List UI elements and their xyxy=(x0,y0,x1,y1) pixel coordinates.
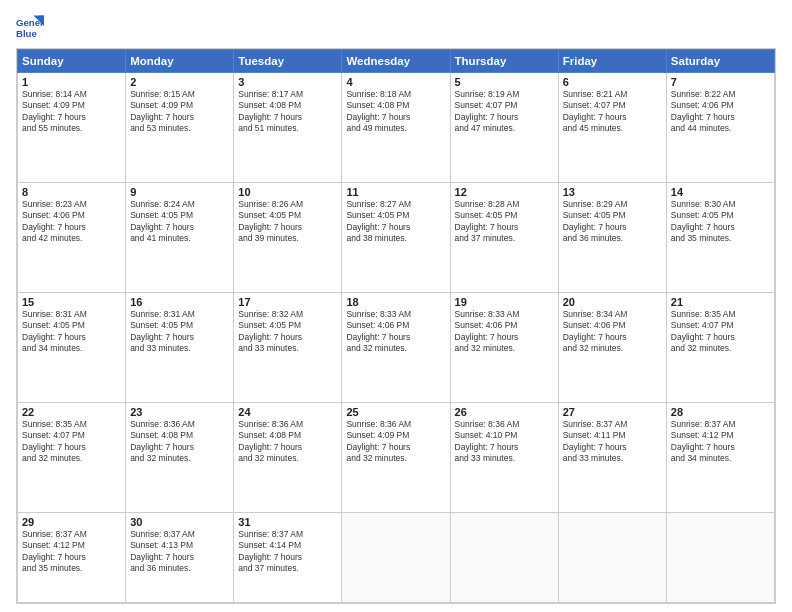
empty-cell xyxy=(666,513,774,603)
day-cell-13: 13Sunrise: 8:29 AMSunset: 4:05 PMDayligh… xyxy=(558,183,666,293)
header: General Blue xyxy=(16,12,776,40)
cell-content: Sunrise: 8:23 AMSunset: 4:06 PMDaylight:… xyxy=(22,199,121,245)
day-cell-11: 11Sunrise: 8:27 AMSunset: 4:05 PMDayligh… xyxy=(342,183,450,293)
day-number: 5 xyxy=(455,76,554,88)
day-number: 28 xyxy=(671,406,770,418)
day-cell-26: 26Sunrise: 8:36 AMSunset: 4:10 PMDayligh… xyxy=(450,403,558,513)
page: General Blue SundayMondayTuesdayWednesda… xyxy=(0,0,792,612)
cell-content: Sunrise: 8:36 AMSunset: 4:09 PMDaylight:… xyxy=(346,419,445,465)
day-number: 18 xyxy=(346,296,445,308)
cell-content: Sunrise: 8:22 AMSunset: 4:06 PMDaylight:… xyxy=(671,89,770,135)
day-number: 29 xyxy=(22,516,121,528)
cell-content: Sunrise: 8:29 AMSunset: 4:05 PMDaylight:… xyxy=(563,199,662,245)
cell-content: Sunrise: 8:37 AMSunset: 4:12 PMDaylight:… xyxy=(22,529,121,575)
cell-content: Sunrise: 8:30 AMSunset: 4:05 PMDaylight:… xyxy=(671,199,770,245)
day-cell-30: 30Sunrise: 8:37 AMSunset: 4:13 PMDayligh… xyxy=(126,513,234,603)
cell-content: Sunrise: 8:14 AMSunset: 4:09 PMDaylight:… xyxy=(22,89,121,135)
day-cell-28: 28Sunrise: 8:37 AMSunset: 4:12 PMDayligh… xyxy=(666,403,774,513)
cell-content: Sunrise: 8:37 AMSunset: 4:13 PMDaylight:… xyxy=(130,529,229,575)
weekday-header-sunday: Sunday xyxy=(18,50,126,73)
week-row-1: 1Sunrise: 8:14 AMSunset: 4:09 PMDaylight… xyxy=(18,73,775,183)
day-cell-3: 3Sunrise: 8:17 AMSunset: 4:08 PMDaylight… xyxy=(234,73,342,183)
cell-content: Sunrise: 8:24 AMSunset: 4:05 PMDaylight:… xyxy=(130,199,229,245)
cell-content: Sunrise: 8:31 AMSunset: 4:05 PMDaylight:… xyxy=(22,309,121,355)
day-cell-4: 4Sunrise: 8:18 AMSunset: 4:08 PMDaylight… xyxy=(342,73,450,183)
svg-text:Blue: Blue xyxy=(16,28,37,39)
day-number: 25 xyxy=(346,406,445,418)
day-number: 4 xyxy=(346,76,445,88)
cell-content: Sunrise: 8:37 AMSunset: 4:11 PMDaylight:… xyxy=(563,419,662,465)
empty-cell xyxy=(450,513,558,603)
day-cell-8: 8Sunrise: 8:23 AMSunset: 4:06 PMDaylight… xyxy=(18,183,126,293)
day-number: 27 xyxy=(563,406,662,418)
week-row-3: 15Sunrise: 8:31 AMSunset: 4:05 PMDayligh… xyxy=(18,293,775,403)
cell-content: Sunrise: 8:27 AMSunset: 4:05 PMDaylight:… xyxy=(346,199,445,245)
cell-content: Sunrise: 8:37 AMSunset: 4:12 PMDaylight:… xyxy=(671,419,770,465)
day-cell-27: 27Sunrise: 8:37 AMSunset: 4:11 PMDayligh… xyxy=(558,403,666,513)
day-cell-20: 20Sunrise: 8:34 AMSunset: 4:06 PMDayligh… xyxy=(558,293,666,403)
day-number: 22 xyxy=(22,406,121,418)
calendar-body: 1Sunrise: 8:14 AMSunset: 4:09 PMDaylight… xyxy=(18,73,775,603)
day-cell-18: 18Sunrise: 8:33 AMSunset: 4:06 PMDayligh… xyxy=(342,293,450,403)
day-number: 20 xyxy=(563,296,662,308)
cell-content: Sunrise: 8:33 AMSunset: 4:06 PMDaylight:… xyxy=(346,309,445,355)
weekday-header-friday: Friday xyxy=(558,50,666,73)
day-cell-16: 16Sunrise: 8:31 AMSunset: 4:05 PMDayligh… xyxy=(126,293,234,403)
week-row-5: 29Sunrise: 8:37 AMSunset: 4:12 PMDayligh… xyxy=(18,513,775,603)
day-cell-14: 14Sunrise: 8:30 AMSunset: 4:05 PMDayligh… xyxy=(666,183,774,293)
weekday-header-thursday: Thursday xyxy=(450,50,558,73)
cell-content: Sunrise: 8:26 AMSunset: 4:05 PMDaylight:… xyxy=(238,199,337,245)
day-cell-22: 22Sunrise: 8:35 AMSunset: 4:07 PMDayligh… xyxy=(18,403,126,513)
day-number: 10 xyxy=(238,186,337,198)
day-number: 16 xyxy=(130,296,229,308)
logo: General Blue xyxy=(16,12,48,40)
day-cell-1: 1Sunrise: 8:14 AMSunset: 4:09 PMDaylight… xyxy=(18,73,126,183)
day-number: 9 xyxy=(130,186,229,198)
cell-content: Sunrise: 8:37 AMSunset: 4:14 PMDaylight:… xyxy=(238,529,337,575)
weekday-header-saturday: Saturday xyxy=(666,50,774,73)
empty-cell xyxy=(558,513,666,603)
day-number: 24 xyxy=(238,406,337,418)
weekday-header-wednesday: Wednesday xyxy=(342,50,450,73)
cell-content: Sunrise: 8:21 AMSunset: 4:07 PMDaylight:… xyxy=(563,89,662,135)
cell-content: Sunrise: 8:18 AMSunset: 4:08 PMDaylight:… xyxy=(346,89,445,135)
day-cell-12: 12Sunrise: 8:28 AMSunset: 4:05 PMDayligh… xyxy=(450,183,558,293)
day-number: 1 xyxy=(22,76,121,88)
day-cell-23: 23Sunrise: 8:36 AMSunset: 4:08 PMDayligh… xyxy=(126,403,234,513)
cell-content: Sunrise: 8:19 AMSunset: 4:07 PMDaylight:… xyxy=(455,89,554,135)
day-cell-19: 19Sunrise: 8:33 AMSunset: 4:06 PMDayligh… xyxy=(450,293,558,403)
day-cell-15: 15Sunrise: 8:31 AMSunset: 4:05 PMDayligh… xyxy=(18,293,126,403)
day-cell-31: 31Sunrise: 8:37 AMSunset: 4:14 PMDayligh… xyxy=(234,513,342,603)
day-number: 19 xyxy=(455,296,554,308)
cell-content: Sunrise: 8:36 AMSunset: 4:08 PMDaylight:… xyxy=(238,419,337,465)
cell-content: Sunrise: 8:35 AMSunset: 4:07 PMDaylight:… xyxy=(22,419,121,465)
cell-content: Sunrise: 8:15 AMSunset: 4:09 PMDaylight:… xyxy=(130,89,229,135)
cell-content: Sunrise: 8:31 AMSunset: 4:05 PMDaylight:… xyxy=(130,309,229,355)
day-number: 11 xyxy=(346,186,445,198)
day-number: 30 xyxy=(130,516,229,528)
weekday-header-monday: Monday xyxy=(126,50,234,73)
cell-content: Sunrise: 8:17 AMSunset: 4:08 PMDaylight:… xyxy=(238,89,337,135)
cell-content: Sunrise: 8:36 AMSunset: 4:10 PMDaylight:… xyxy=(455,419,554,465)
calendar-table: SundayMondayTuesdayWednesdayThursdayFrid… xyxy=(17,49,775,603)
day-cell-29: 29Sunrise: 8:37 AMSunset: 4:12 PMDayligh… xyxy=(18,513,126,603)
day-cell-10: 10Sunrise: 8:26 AMSunset: 4:05 PMDayligh… xyxy=(234,183,342,293)
day-number: 26 xyxy=(455,406,554,418)
weekday-header-row: SundayMondayTuesdayWednesdayThursdayFrid… xyxy=(18,50,775,73)
day-number: 12 xyxy=(455,186,554,198)
day-number: 6 xyxy=(563,76,662,88)
day-number: 14 xyxy=(671,186,770,198)
cell-content: Sunrise: 8:33 AMSunset: 4:06 PMDaylight:… xyxy=(455,309,554,355)
day-number: 17 xyxy=(238,296,337,308)
week-row-2: 8Sunrise: 8:23 AMSunset: 4:06 PMDaylight… xyxy=(18,183,775,293)
day-cell-5: 5Sunrise: 8:19 AMSunset: 4:07 PMDaylight… xyxy=(450,73,558,183)
cell-content: Sunrise: 8:32 AMSunset: 4:05 PMDaylight:… xyxy=(238,309,337,355)
cell-content: Sunrise: 8:35 AMSunset: 4:07 PMDaylight:… xyxy=(671,309,770,355)
logo-icon: General Blue xyxy=(16,12,44,40)
day-cell-6: 6Sunrise: 8:21 AMSunset: 4:07 PMDaylight… xyxy=(558,73,666,183)
calendar: SundayMondayTuesdayWednesdayThursdayFrid… xyxy=(16,48,776,604)
day-number: 15 xyxy=(22,296,121,308)
calendar-header: SundayMondayTuesdayWednesdayThursdayFrid… xyxy=(18,50,775,73)
day-cell-2: 2Sunrise: 8:15 AMSunset: 4:09 PMDaylight… xyxy=(126,73,234,183)
cell-content: Sunrise: 8:34 AMSunset: 4:06 PMDaylight:… xyxy=(563,309,662,355)
